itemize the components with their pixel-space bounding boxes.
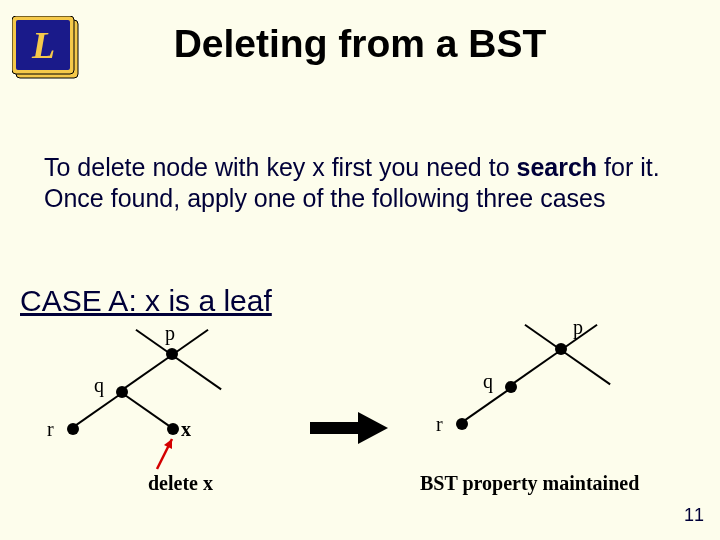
- label-r-left: r: [47, 418, 54, 441]
- edge-p-q-left: [122, 354, 172, 390]
- transition-arrow: [310, 412, 390, 448]
- node-r-right: [456, 418, 468, 430]
- edge-p-q-right: [511, 349, 561, 385]
- label-r-right: r: [436, 413, 443, 436]
- page-number: 11: [684, 505, 704, 526]
- label-x-left: x: [181, 418, 191, 441]
- caption-maintained: BST property maintained: [420, 472, 639, 495]
- intro-text: To delete node with key x first you need…: [44, 152, 700, 213]
- diagram-area: p q r x delete x p q r BST property mai: [0, 318, 720, 518]
- label-q-left: q: [94, 374, 104, 397]
- caption-delete-x: delete x: [148, 472, 213, 495]
- label-q-right: q: [483, 370, 493, 393]
- intro-part1: To delete node with key x first you need…: [44, 153, 517, 181]
- label-p-left: p: [165, 322, 175, 345]
- edge-p-up-left-right: [524, 324, 561, 351]
- node-r-left: [67, 423, 79, 435]
- edge-p-up-right-left: [171, 329, 208, 356]
- svg-marker-7: [358, 412, 388, 444]
- edge-q-r-left: [72, 392, 122, 428]
- edge-q-x-left: [121, 392, 171, 428]
- edge-p-right-right: [560, 349, 610, 385]
- delete-arrow: [152, 433, 182, 477]
- slide-title: Deleting from a BST: [0, 22, 720, 66]
- svg-rect-6: [310, 422, 358, 434]
- case-a-heading: CASE A: x is a leaf: [20, 284, 272, 318]
- edge-p-right-left: [171, 354, 221, 390]
- intro-bold: search: [517, 153, 598, 181]
